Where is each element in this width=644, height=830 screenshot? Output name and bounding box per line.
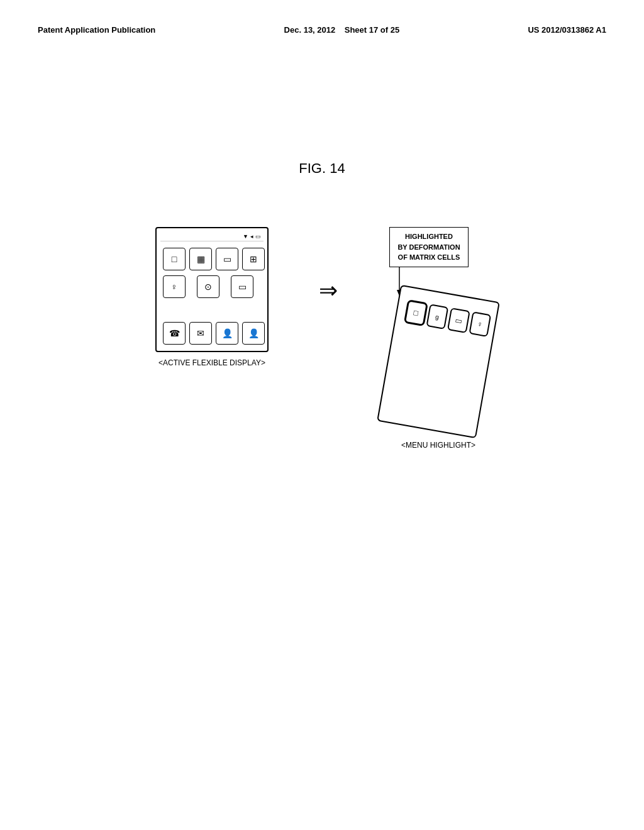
figure-label: FIG. 14: [0, 160, 644, 177]
menu-highlight-panel: HIGHLIGHTEDBY DEFORMATIONOF MATRIX CELLS…: [388, 227, 489, 450]
diagram-area: ▼ ◂ ▭ □ ▦ ▭ ⊞ ♀ ⊙ ▭ ☎ ✉ 👤: [0, 227, 644, 450]
app-grid-row2: ♀ ⊙ ▭: [160, 273, 264, 301]
bottom-grid: ☎ ✉ 👤 👤: [160, 319, 264, 347]
app-icon-6: ⊙: [197, 275, 219, 298]
status-bar: ▼ ◂ ▭: [160, 232, 264, 241]
app-icon-7: ▭: [231, 275, 253, 298]
app-icon-5: ♀: [163, 275, 186, 298]
app-icon-2: ▦: [189, 248, 212, 270]
sheet-label: Sheet 17 of 25: [345, 25, 399, 35]
callout-text: HIGHLIGHTEDBY DEFORMATIONOF MATRIX CELLS: [397, 233, 460, 261]
patent-number-label: US 2012/0313862 A1: [528, 25, 606, 35]
page-header: Patent Application Publication Dec. 13, …: [0, 0, 644, 35]
tilted-phone-wrapper: □ g ▭ ♀: [377, 284, 500, 438]
active-flexible-display: ▼ ◂ ▭ □ ▦ ▭ ⊞ ♀ ⊙ ▭ ☎ ✉ 👤: [155, 227, 269, 367]
highlight-icon-2: g: [426, 304, 448, 329]
arrow-symbol: ⇒: [319, 277, 338, 304]
date-label: Dec. 13, 2012: [284, 25, 336, 35]
app-icon-8: ☎: [163, 322, 186, 345]
signal-icon2: ◂: [250, 233, 253, 240]
highlight-icon-4: ♀: [469, 311, 491, 337]
highlight-icon-3: ▭: [447, 307, 470, 333]
app-icon-3: ▭: [216, 248, 238, 270]
right-device-label: <MENU HIGHLIGHT>: [401, 441, 475, 450]
app-icon-11: 👤: [242, 322, 265, 345]
highlight-icon-1: □: [404, 300, 427, 326]
phone-frame-left: ▼ ◂ ▭ □ ▦ ▭ ⊞ ♀ ⊙ ▭ ☎ ✉ 👤: [155, 227, 269, 352]
date-sheet-label: Dec. 13, 2012 Sheet 17 of 25: [284, 25, 400, 35]
app-icon-10: 👤: [216, 322, 238, 345]
left-device-label: <ACTIVE FLEXIBLE DISPLAY>: [158, 358, 265, 367]
transition-arrow: ⇒: [319, 277, 338, 304]
publication-label: Patent Application Publication: [38, 25, 155, 35]
highlight-icon-row: □ g ▭ ♀: [401, 299, 491, 337]
battery-icon: ▭: [255, 233, 261, 240]
app-grid-row1: □ ▦ ▭ ⊞: [160, 245, 264, 273]
tilted-phone-frame: □ g ▭ ♀: [377, 284, 500, 438]
app-icon-4: ⊞: [242, 248, 265, 270]
callout-box: HIGHLIGHTEDBY DEFORMATIONOF MATRIX CELLS: [389, 227, 468, 267]
spacer: [160, 301, 264, 319]
signal-icon: ▼: [243, 233, 248, 240]
app-icon-9: ✉: [189, 322, 212, 345]
app-icon-1: □: [163, 248, 186, 270]
